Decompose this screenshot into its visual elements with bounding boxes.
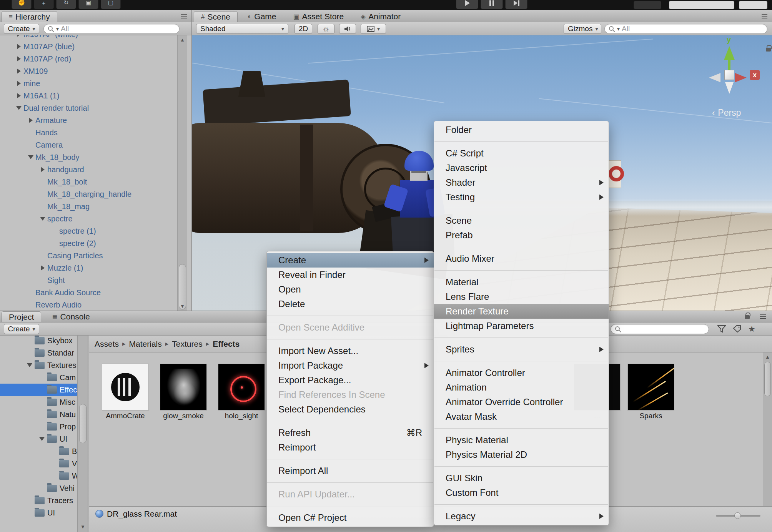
hierarchy-item-muzzle-1[interactable]: Muzzle (1) (0, 262, 177, 274)
menu-item-animator-override-controller[interactable]: Animator Override Controller (434, 395, 609, 409)
scroll-down-icon[interactable]: ▼ (178, 303, 187, 309)
menu-item-create[interactable]: Create (267, 253, 434, 268)
step-button[interactable] (505, 0, 527, 9)
favorites-star-icon[interactable]: ★ (748, 325, 755, 333)
filter-by-type-icon[interactable] (717, 325, 726, 333)
menu-item-avatar-mask[interactable]: Avatar Mask (434, 409, 609, 424)
filter-by-label-icon[interactable] (733, 325, 741, 333)
gizmo-center-cube[interactable] (724, 70, 734, 80)
menu-item-render-texture[interactable]: Render Texture (434, 304, 609, 319)
hierarchy-item-spectre[interactable]: spectre (0, 213, 177, 225)
gizmo-x-label-box[interactable]: x (750, 70, 760, 80)
tab-project[interactable]: Project (2, 311, 41, 322)
lock-icon[interactable] (745, 315, 750, 319)
gizmo-minus-x-axis[interactable] (709, 73, 720, 82)
asset-tile-ammocrate[interactable] (102, 364, 149, 411)
menu-item-testing[interactable]: Testing (434, 190, 609, 204)
hierarchy-item-spectre-1[interactable]: spectre (1) (0, 225, 177, 237)
project-folder-textures[interactable]: Textures (0, 359, 77, 371)
scene-search-input[interactable]: ▾ All (604, 24, 767, 34)
hierarchy-item-armature[interactable]: Armature (0, 114, 177, 126)
tab-animator[interactable]: ◈Animator (354, 11, 408, 22)
play-button[interactable] (456, 0, 478, 9)
asset-grid-scrollbar-thumb[interactable] (764, 362, 771, 396)
menu-item-select-dependencies[interactable]: Select Dependencies (267, 402, 434, 417)
shading-mode-dropdown[interactable]: Shaded▾ (196, 24, 288, 34)
pane-menu-icon[interactable] (760, 314, 766, 315)
menu-item-folder[interactable]: Folder (434, 123, 609, 137)
2d-toggle-button[interactable]: 2D (294, 24, 312, 34)
menu-item-lens-flare[interactable]: Lens Flare (434, 289, 609, 304)
menu-item-custom-font[interactable]: Custom Font (434, 485, 609, 500)
layers-dropdown[interactable] (669, 1, 734, 9)
hierarchy-item-xm109[interactable]: XM109 (0, 65, 177, 77)
hierarchy-item-bank-audio-source[interactable]: Bank Audio Source (0, 286, 177, 299)
gizmo-z-axis[interactable] (725, 82, 734, 94)
hierarchy-item-m16a1-1[interactable]: M16A1 (1) (0, 90, 177, 102)
menu-item-audio-mixer[interactable]: Audio Mixer (434, 251, 609, 266)
tab-asset-store[interactable]: ▣Asset Store (286, 11, 351, 22)
breadcrumb-item-assets[interactable]: Assets (95, 339, 119, 349)
project-folder-bl[interactable]: Bl (0, 445, 77, 457)
pane-menu-icon[interactable] (762, 14, 767, 15)
menu-item-prefab[interactable]: Prefab (434, 228, 609, 243)
hand-tool-button[interactable]: ✊ (12, 0, 32, 9)
project-folder-natu[interactable]: Natu (0, 408, 77, 421)
gizmo-persp[interactable]: ‹ Persp (712, 108, 741, 118)
menu-item-reveal-in-finder[interactable]: Reveal in Finder (267, 268, 434, 282)
breadcrumb-item-effects[interactable]: Effects (213, 339, 240, 349)
menu-item-shader[interactable]: Shader (434, 175, 609, 190)
gizmos-dropdown[interactable]: Gizmos▾ (564, 24, 601, 34)
menu-item-lightmap-parameters[interactable]: Lightmap Parameters (434, 319, 609, 333)
menu-item-physic-material[interactable]: Physic Material (434, 433, 609, 447)
pause-button[interactable] (481, 0, 503, 9)
pane-menu-icon[interactable] (181, 14, 187, 15)
tab-hierarchy[interactable]: ≡ Hierarchy (2, 11, 57, 22)
menu-item-open-c-project[interactable]: Open C# Project (267, 510, 434, 525)
hierarchy-item-dual-render-tutorial[interactable]: Dual render tutorial (0, 102, 177, 114)
menu-item-scene[interactable]: Scene (434, 213, 609, 228)
disclosure-expanded-icon[interactable] (38, 217, 47, 221)
gizmo-x-axis[interactable] (735, 73, 747, 82)
project-create-button[interactable]: Create▾ (4, 324, 39, 334)
asset-grid-scrollbar[interactable]: ▲ (763, 352, 772, 506)
menu-item-export-package[interactable]: Export Package... (267, 373, 434, 387)
project-tree-scrollbar-thumb[interactable] (79, 404, 87, 443)
disclosure-expanded-icon[interactable] (25, 363, 34, 367)
scene-effects-dropdown[interactable]: ▾ (361, 24, 386, 34)
menu-item-physics-material-2d[interactable]: Physics Material 2D (434, 447, 609, 462)
menu-item-javascript[interactable]: Javascript (434, 161, 609, 175)
project-folder-cam[interactable]: Cam (0, 371, 77, 384)
move-tool-button[interactable]: + (34, 0, 54, 9)
disclosure-collapsed-icon[interactable] (14, 68, 23, 74)
project-folder-misc[interactable]: Misc (0, 396, 77, 408)
disclosure-expanded-icon[interactable] (26, 155, 35, 159)
scene-lighting-button[interactable]: ☼ (318, 24, 334, 34)
menu-item-reimport[interactable]: Reimport (267, 440, 434, 455)
project-folder-ve[interactable]: Ve (0, 457, 77, 470)
hierarchy-item-m107ap-white[interactable]: M107AP (white) (0, 35, 177, 40)
scroll-up-icon[interactable]: ▲ (763, 354, 772, 360)
hierarchy-item-mk-18-body[interactable]: Mk_18_body (0, 151, 177, 163)
hierarchy-item-reverb-audio[interactable]: Reverb Audio (0, 299, 177, 311)
menu-item-reimport-all[interactable]: Reimport All (267, 464, 434, 478)
hierarchy-item-m107ap-blue[interactable]: M107AP (blue) (0, 40, 177, 53)
menu-item-sprites[interactable]: Sprites (434, 342, 609, 357)
menu-item-animator-controller[interactable]: Animator Controller (434, 366, 609, 380)
disclosure-expanded-icon[interactable] (14, 106, 23, 110)
hierarchy-item-camera[interactable]: Camera (0, 139, 177, 151)
disclosure-collapsed-icon[interactable] (14, 35, 23, 37)
disclosure-collapsed-icon[interactable] (26, 118, 35, 123)
gizmo-y-axis[interactable] (724, 46, 735, 60)
tab-scene[interactable]: #Scene (194, 11, 238, 22)
lock-icon[interactable] (766, 48, 771, 52)
hierarchy-item-casing-particles[interactable]: Casing Particles (0, 249, 177, 262)
disclosure-collapsed-icon[interactable] (38, 167, 47, 172)
panel-splitter[interactable] (88, 336, 89, 532)
menu-item-import-package[interactable]: Import Package (267, 358, 434, 373)
hierarchy-item-mk-18-charging-handle[interactable]: Mk_18_charging_handle (0, 188, 177, 200)
project-folder-standar[interactable]: Standar (0, 347, 77, 359)
disclosure-collapsed-icon[interactable] (14, 56, 23, 62)
hierarchy-scrollbar[interactable]: ▲ ▼ (177, 35, 187, 311)
asset-tile-glow-smoke[interactable] (160, 364, 207, 411)
